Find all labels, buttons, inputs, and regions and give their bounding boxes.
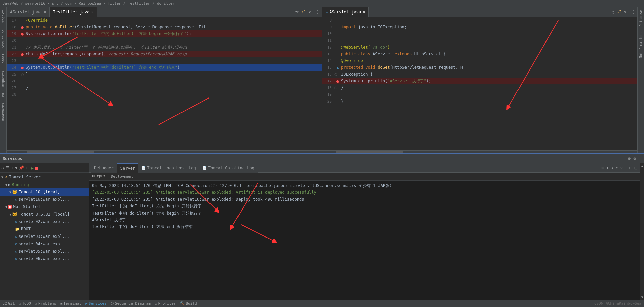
sub-tab-output[interactable]: Output (92, 174, 106, 179)
left-tab-more[interactable]: 👁 ⚠1 ∨ (292, 10, 314, 15)
tab-aservlet-close[interactable]: ✕ (44, 10, 46, 14)
tree-item-tomcat10[interactable]: ▼ 🐱 Tomcat 10 [local] (0, 188, 89, 196)
log-icon-2[interactable]: ⬆ (606, 165, 609, 170)
log-tab-catalina[interactable]: 📄 Tomcat Catalina Log (199, 163, 258, 173)
artifact-icon-05: ⚙ (15, 249, 17, 254)
rcode-line-19: 19 (322, 91, 637, 98)
tree-item-servlet03[interactable]: ⚙ servlet03:war expl... (0, 233, 89, 240)
tab-aservlet-right[interactable]: ☕ AServlet.java ✕ (322, 7, 369, 17)
rcode-line-20: 20 } (322, 98, 637, 105)
add-service-icon[interactable]: ⊕ (628, 156, 631, 161)
pin-icon[interactable]: 📌 (19, 165, 24, 170)
arrow-tomcat-server: ▼ (1, 175, 3, 179)
status-sequence[interactable]: ⬡ Sequence Diagram (111, 301, 151, 306)
log-icon-1[interactable]: ≡ (601, 165, 604, 170)
right-sidebar: Database Notifications (637, 7, 644, 153)
log-vscrollbar[interactable]: ▲ ▼ (640, 163, 644, 300)
tab-testfilter[interactable]: TestFilter.java ✕ (50, 7, 97, 17)
log-icon-4[interactable]: ↑ (616, 165, 618, 170)
code-line-27: 27 } (7, 84, 322, 91)
tree-item-servlet02[interactable]: ⚙ servlet02:war expl... (0, 218, 89, 225)
scroll-down-icon[interactable]: ▼ (641, 295, 643, 299)
run-icon[interactable]: ▶ (31, 165, 33, 171)
minimize-icon[interactable]: — (639, 156, 641, 161)
left-tab-menu[interactable]: ⋮ (314, 10, 322, 15)
breakpoint-24[interactable]: ● (21, 65, 24, 70)
tree-item-servlet16[interactable]: ⚙ servlet16:war expl... (0, 196, 89, 203)
sub-tab-deployment[interactable]: Deployment (111, 174, 133, 179)
artifact-icon-16: ⚙ (15, 197, 17, 202)
tree-item-servlet05[interactable]: ⚙ servlet05:war expl... (0, 248, 89, 255)
expand-all-icon[interactable]: ☰ (5, 165, 9, 170)
stop-icon[interactable]: ■ (35, 165, 38, 171)
left-tab-bar: AServlet.java ✕ TestFilter.java ✕ 👁 ⚠1 ∨… (7, 7, 322, 17)
left-editor: AServlet.java ✕ TestFilter.java ✕ 👁 ⚠1 ∨… (7, 7, 322, 153)
log-line-7: TestFilter 中的 doFilter() 方法 end 执行结束 (92, 223, 637, 230)
services-header-actions: ⊕ ⚙ — (628, 156, 641, 161)
database-icon[interactable]: Database (639, 10, 643, 26)
log-icon-5[interactable]: ✕ (620, 165, 623, 170)
tree-item-running[interactable]: ▼ ▶ Running (0, 181, 89, 188)
tree-item-tomcat8[interactable]: ▼ 🐱 Tomcat 8.5.82 [local] (0, 211, 89, 218)
tree-item-servlet04[interactable]: ⚙ servlet04:war expl... (0, 240, 89, 248)
line-code-25: } (26, 72, 28, 77)
reload-icon[interactable]: ↺ (1, 165, 4, 170)
log-tab-localhost[interactable]: 📄 Tomcat Localhost Log (138, 163, 199, 173)
notifications-icon[interactable]: Notifications (639, 32, 643, 58)
log-tab-debugger[interactable]: Debugger (91, 163, 117, 173)
add-tree-icon[interactable]: + (25, 165, 28, 170)
eye-icon: 👁 (295, 10, 299, 15)
tree-item-tomcat-server[interactable]: ▼ 🖥 Tomcat Server (0, 173, 89, 181)
log-tab-server[interactable]: Server (117, 163, 138, 173)
breakpoint-18[interactable]: ● (21, 25, 24, 30)
status-problems[interactable]: ⚠ Problems (35, 301, 56, 306)
split-icon[interactable]: ⊞ (634, 165, 637, 171)
tree-item-root[interactable]: 📁 ROOT (0, 225, 89, 233)
right-tab-menu[interactable]: ⋮ (629, 10, 637, 15)
running-label: Running (12, 182, 29, 187)
arrow-running: ▼ (5, 183, 7, 187)
collapse-all-icon[interactable]: ⊟ (11, 165, 13, 170)
status-build[interactable]: 🔨 Build (180, 301, 197, 306)
project-icon[interactable]: Project (1, 10, 5, 24)
scroll-up-icon[interactable]: ▲ (641, 164, 643, 168)
tree-item-not-started[interactable]: ▼ ■ Not Started (0, 203, 89, 211)
structure-icon[interactable]: Structure (1, 30, 5, 48)
breakpoint-19[interactable]: ● (21, 31, 24, 36)
terminal-icon: ▣ (60, 301, 63, 306)
tab-aservlet-right-close[interactable]: ✕ (363, 10, 365, 14)
breakpoint-22[interactable]: ● (21, 52, 24, 57)
right-hscrollbar[interactable] (322, 150, 637, 153)
status-todo[interactable]: ☑ TODO (19, 301, 31, 306)
status-profiler[interactable]: ◎ Profiler (155, 301, 176, 306)
commit-icon[interactable]: Commit (1, 53, 5, 65)
status-services[interactable]: ▶ Services (85, 301, 107, 306)
tab-aservlet[interactable]: AServlet.java ✕ (7, 7, 50, 17)
settings-icon[interactable]: ⚙ (633, 156, 636, 161)
code-line-25: 25 ⬡ } (7, 71, 322, 78)
sequence-icon: ⬡ (111, 301, 114, 306)
log-icon-7[interactable]: ⊟ (629, 165, 632, 170)
services-title: Services (3, 156, 22, 161)
breakpoint-r-17[interactable]: ● (336, 79, 339, 84)
pull-requests-icon[interactable]: Pull Requests (1, 71, 5, 97)
log-icon-6[interactable]: ⊞ (625, 165, 627, 170)
right-tab-more[interactable]: ○ ⚠2 ∨ (609, 10, 629, 15)
filter-icon[interactable]: ▼ (15, 165, 18, 170)
left-hscrollbar[interactable] (7, 150, 322, 153)
status-git[interactable]: ⎇ Git (3, 301, 15, 306)
problems-icon: ⚠ (35, 301, 37, 306)
services-icon: ▶ (85, 301, 88, 306)
tab-testfilter-close[interactable]: ✕ (91, 10, 93, 14)
bookmarks-icon[interactable]: Bookmarks (1, 103, 5, 121)
status-terminal[interactable]: ▣ Terminal (60, 301, 82, 306)
line-code-24: System.out.println("TestFilter 中的 doFilt… (26, 65, 182, 71)
servlet05-label: servlet05:war expl... (19, 249, 70, 254)
code-line-22: 22 ● chain.doFilter(request,response); r… (7, 51, 322, 57)
services-tree: ↺ ☰ ⊟ ▼ 📌 + ▶ ■ ▼ 🖥 Tomcat Ser (0, 163, 89, 300)
line-gutter-24: ● (19, 65, 26, 70)
status-services-label: Services (89, 301, 107, 306)
log-icon-3[interactable]: ⬇ (611, 165, 614, 170)
line-num-17: 17 (7, 18, 19, 23)
tree-item-servlet06[interactable]: ⚙ servlet06:war expl... (0, 255, 89, 262)
